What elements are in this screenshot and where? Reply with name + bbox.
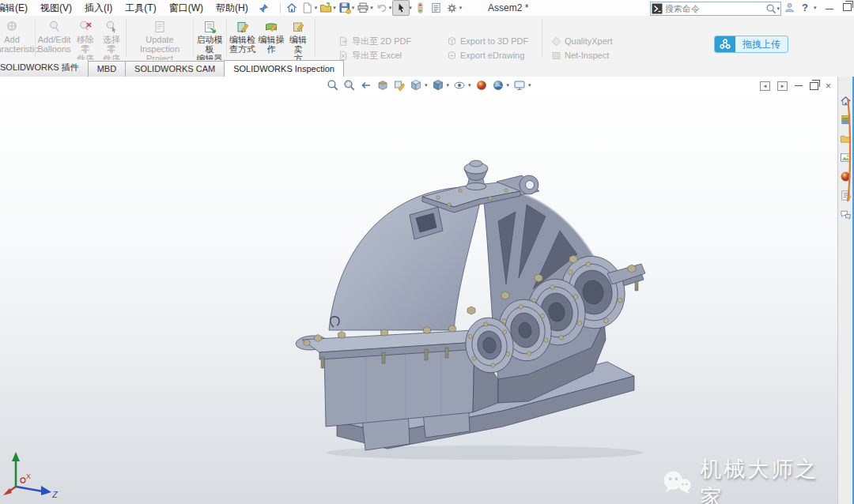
dropdown-arrow-icon[interactable]: ▾ [814,5,817,11]
command-manager-tabs: SOLIDWORKS 插件 MBD SOLIDWORKS CAM SOLIDWO… [0,60,854,77]
watermark: 机械大师之家 [661,455,837,504]
drag-upload-button[interactable]: 拖拽上传 [714,36,788,53]
open-button[interactable] [318,1,334,15]
tab-solidworks-inspection[interactable]: SOLIDWORKS Inspection [224,60,344,77]
export-icon [447,51,457,61]
gearbox-model[interactable] [291,142,648,461]
pin-icon[interactable] [256,1,272,15]
update-project-icon [153,18,167,34]
balloon-select-icon [104,18,119,34]
save-button[interactable] [337,1,353,15]
minimize-button[interactable] [823,2,836,13]
document-title: Assem2 * [488,2,528,13]
dropdown-arrow-icon[interactable]: ▾ [468,82,471,88]
menu-help[interactable]: 帮助(H) [210,0,255,16]
export-icon [447,36,457,47]
edit-operations-button[interactable]: 编辑操作 [258,18,285,54]
edit-methods-icon [236,18,250,34]
net-inspect-icon [551,51,561,61]
add-characteristic-button: AddCharacteristic [0,18,35,54]
coordinate-triad: Z X [2,450,60,502]
toolbar-separator [280,2,281,13]
export-3d-pdf-item: Export to 3D PDF [447,36,528,47]
edit-appearance-icon[interactable] [474,78,489,92]
dropdown-arrow-icon[interactable]: ▾ [507,82,510,88]
edit-operations-icon [264,18,278,34]
qualityxpert-icon [551,36,561,47]
user-login-icon[interactable] [784,2,795,13]
solidworks-forum-icon[interactable] [838,206,853,222]
doc-minimize-button[interactable] [795,85,803,88]
menu-edit[interactable]: 编辑(E) [0,0,34,16]
upload-label: 拖拽上传 [735,36,788,52]
triad-z-label: Z [51,490,59,499]
command-terminal-icon [652,3,663,14]
document-window-controls: ◂ ▸ × [760,81,831,92]
command-search-box: ▾ [650,2,781,16]
net-inspect-item: Net-Inspect [551,50,609,61]
tab-solidworks-addins[interactable]: SOLIDWORKS 插件 [0,60,89,77]
share-trefoil-icon [715,36,735,52]
menu-window[interactable]: 窗口(W) [163,0,210,16]
rebuild-button[interactable] [413,1,429,15]
update-inspection-project-button: Update InspectionProject [127,18,192,63]
qualityxpert-item: QualityXpert [551,36,613,47]
menu-insert[interactable]: 插入(I) [78,0,119,16]
graphics-viewport[interactable]: ▾ ▾ ▾ ▾ ▾ ◂ ▸ × [0,77,837,504]
view-settings-icon[interactable] [512,78,527,92]
apply-scene-icon[interactable] [491,78,505,92]
heads-up-toolbar: ▾ ▾ ▾ ▾ ▾ [326,78,532,92]
doc-close-button[interactable]: × [826,81,831,92]
wechat-logo-icon [661,469,693,498]
help-icon[interactable]: ? [801,2,809,13]
dropdown-arrow-icon[interactable]: ▾ [425,82,428,88]
add-edit-balloons-button: Add/EditBalloons [36,18,72,54]
triad-x-label: X [26,472,31,480]
add-characteristic-icon [5,18,19,34]
file-properties-button[interactable] [429,1,444,15]
menu-tools[interactable]: 工具(T) [119,0,162,16]
zoom-to-fit-icon[interactable] [326,78,340,92]
menu-view[interactable]: 视图(V) [34,0,78,16]
options-gear-button[interactable] [444,1,460,15]
edit-vendor-icon [291,18,305,34]
search-input[interactable] [663,4,765,13]
export-icon [338,51,349,61]
section-view-icon[interactable] [376,78,390,92]
doc-restore-button[interactable] [810,82,818,90]
menu-items: 编辑(E) 视图(V) 插入(I) 工具(T) 窗口(W) 帮助(H) [0,0,255,16]
undo-button [374,1,390,15]
new-document-button[interactable] [300,1,316,15]
next-window-button[interactable]: ▸ [777,81,788,91]
view-orientation-icon[interactable] [409,78,423,92]
command-manager-ribbon: AddCharacteristic Add/EditBalloons 移除零件序… [0,16,854,60]
orange-accent [847,99,852,201]
print-button[interactable] [355,1,371,15]
zoom-to-area-icon[interactable] [342,78,357,92]
tab-solidworks-cam[interactable]: SOLIDWORKS CAM [125,61,225,77]
display-style-icon[interactable] [431,78,445,92]
task-pane [837,77,854,504]
hide-show-items-icon[interactable] [452,78,467,92]
launch-template-editor-button[interactable]: 启动模板编辑器 [195,18,225,63]
export-2d-pdf-item: 导出至 2D PDF [338,36,411,47]
tab-mbd[interactable]: MBD [88,61,126,77]
balloon-icon [47,18,62,34]
watermark-text: 机械大师之家 [700,455,837,504]
dropdown-arrow-icon[interactable]: ▾ [447,82,450,88]
edit-vendor-button[interactable]: 编辑卖方 [285,18,311,63]
previous-window-button[interactable]: ◂ [760,81,770,91]
previous-view-icon[interactable] [359,78,373,92]
template-editor-icon [202,18,217,34]
export-icon [338,36,349,47]
select-tool-button[interactable] [392,0,410,16]
dynamic-annotation-views-icon[interactable] [392,78,406,92]
home-button[interactable] [284,1,300,15]
dropdown-arrow-icon[interactable]: ▾ [528,82,531,88]
dropdown-arrow-icon[interactable]: ▾ [777,6,780,12]
search-icon[interactable] [765,3,777,15]
restore-button[interactable] [841,2,854,13]
balloon-remove-icon [78,18,93,34]
export-excel-item: 导出至 Excel [338,50,402,61]
edit-inspection-methods-button[interactable]: 编辑检查方式 [228,18,257,54]
